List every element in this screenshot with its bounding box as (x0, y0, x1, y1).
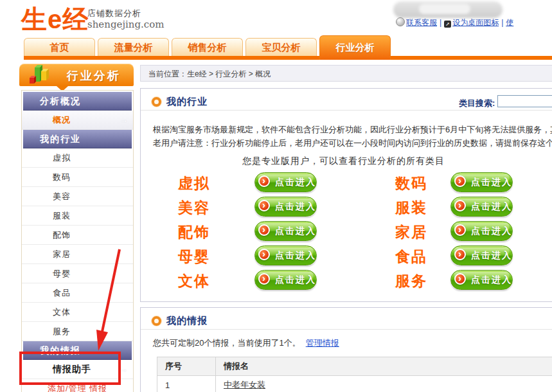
category-label: 服务 (390, 271, 432, 291)
annotation-rectangle (19, 352, 121, 385)
enter-button[interactable]: 点击进入 (450, 221, 513, 241)
arrow-circle-icon (258, 273, 270, 285)
desktop-shortcut-link[interactable]: 设为桌面图标 (452, 18, 499, 27)
enter-button[interactable]: 点击进入 (254, 197, 317, 217)
sidebar-section-header: 我的行业 (23, 130, 132, 148)
arrow-circle-icon (454, 200, 466, 211)
sidebar-item[interactable]: 服装 (22, 206, 133, 226)
category-label: 数码 (390, 174, 432, 193)
category-label: 虚拟 (173, 174, 215, 193)
sidebar-item[interactable]: 概况→ (22, 111, 133, 130)
customer-service-icon (396, 17, 405, 26)
tab-traffic-analysis[interactable]: 流量分析 (98, 38, 169, 56)
sidebar-item[interactable]: 虚拟 (22, 148, 133, 168)
enter-button[interactable]: 点击进入 (254, 221, 317, 241)
sidebar-menu: 分析概况概况→我的行业虚拟数码美容服装配饰家居母婴食品文体服务我的情报情报助手→… (21, 90, 134, 392)
section-bullet-icon (152, 316, 161, 326)
bar-chart-3d-icon (27, 62, 51, 88)
category-label: 母婴 (173, 247, 215, 267)
category-row: 配饰 点击进入 家居 点击进入 (141, 220, 539, 245)
arrow-circle-icon (258, 224, 270, 236)
category-label: 服装 (390, 198, 432, 218)
intel-table: 序号 情报名 1 中老年女装 (157, 357, 552, 392)
sidebar-item[interactable]: 配饰 (22, 226, 133, 245)
notice-text: 根据淘宝服务市场最新规定，软件不能包含行业分析功能，因此行业分析预计于6月中下旬… (153, 123, 552, 150)
sidebar-item[interactable]: 服务 (22, 322, 133, 341)
category-row: 虚拟 点击进入 数码 点击进入 (141, 172, 539, 196)
category-label: 美容 (173, 198, 215, 218)
intel-name-link[interactable]: 中老年女装 (224, 380, 265, 389)
section-bullet-icon (152, 97, 161, 107)
table-row: 1 中老年女装 (157, 376, 552, 392)
enter-button[interactable]: 点击进入 (450, 270, 513, 290)
brand-domain: shengejing.com (87, 19, 165, 30)
sidebar-item[interactable]: 家居 (22, 245, 133, 264)
arrow-circle-icon (454, 273, 466, 285)
link-separator: | (440, 18, 441, 27)
pro-user-note: 您是专业版用户，可以查看行业分析的所有类目 (242, 156, 445, 167)
sidebar-item[interactable]: 母婴 (22, 264, 133, 283)
arrow-circle-icon (258, 175, 270, 187)
category-row: 美容 点击进入 服装 点击进入 (141, 196, 539, 220)
enter-button[interactable]: 点击进入 (254, 245, 317, 265)
category-row: 母婴 点击进入 食品 点击进入 (141, 245, 539, 269)
enter-button[interactable]: 点击进入 (254, 270, 317, 290)
notice-line2: 老用户请注意：行业分析功能停止后，老用户还可以在一小段时间内访问到行业的历史数据… (153, 136, 552, 150)
tab-home[interactable]: 首页 (24, 38, 95, 56)
category-row: 文体 点击进入 服务 点击进入 (141, 269, 539, 294)
manage-intel-link[interactable]: 管理情报 (306, 338, 339, 348)
sidebar-item[interactable]: 文体 (22, 303, 133, 322)
app-window: 生e经 店铺数据分析 shengejing.com 联系客服|➚设为桌面图标|使… (0, 0, 552, 392)
intel-panel-title: 我的情报 (166, 315, 208, 327)
redacted-user-info (393, 1, 503, 18)
desktop-shortcut-icon: ➚ (444, 21, 451, 28)
main-nav: 首页 流量分析 销售分析 宝贝分析 行业分析 (0, 35, 552, 60)
arrow-right-icon: → (120, 111, 129, 129)
enter-button[interactable]: 点击进入 (450, 197, 513, 217)
sidebar-item[interactable]: 食品 (22, 283, 133, 303)
enter-button[interactable]: 点击进入 (450, 245, 513, 265)
arrow-circle-icon (258, 200, 270, 211)
sidebar-title: 行业分析 (67, 68, 121, 84)
column-header-name: 情报名 (216, 357, 552, 376)
brand-logo: 生e经 (21, 2, 89, 37)
tab-item-analysis[interactable]: 宝贝分析 (245, 38, 317, 56)
category-label: 食品 (390, 247, 432, 267)
industry-panel-title: 我的行业 (166, 96, 208, 108)
table-header-row: 序号 情报名 (157, 357, 552, 376)
sidebar-header: 行业分析 (19, 64, 134, 86)
intel-summary: 您共可定制20个情报，当前使用了1个。管理情报 (153, 337, 339, 349)
enter-button[interactable]: 点击进入 (254, 172, 317, 192)
notice-line1: 根据淘宝服务市场最新规定，软件不能包含行业分析功能，因此行业分析预计于6月中下旬… (153, 123, 552, 136)
column-header-index: 序号 (157, 357, 216, 376)
arrow-circle-icon (258, 249, 270, 260)
sidebar-item[interactable]: 数码 (22, 168, 133, 187)
header-links: 联系客服|➚设为桌面图标|使 (396, 17, 513, 28)
arrow-circle-icon (454, 224, 466, 236)
category-search-input[interactable] (497, 95, 552, 107)
category-grid: 虚拟 点击进入 数码 点击进入 美容 点击进入 服装 点击进入 配饰 点击进入 … (141, 172, 539, 294)
category-label: 家居 (390, 222, 432, 242)
industry-panel: 我的行业 类目搜索: 根据淘宝服务市场最新规定，软件不能包含行业分析功能，因此行… (140, 88, 552, 302)
arrow-circle-icon (454, 175, 466, 187)
arrow-circle-icon (454, 249, 466, 260)
sidebar-item[interactable]: 美容 (22, 187, 133, 206)
divider (141, 329, 552, 330)
enter-button[interactable]: 点击进入 (450, 172, 513, 192)
divider (141, 110, 552, 111)
tab-industry-analysis[interactable]: 行业分析 (319, 35, 391, 60)
category-label: 文体 (173, 271, 215, 291)
brand-tagline: 店铺数据分析 (87, 8, 141, 19)
tab-sales-analysis[interactable]: 销售分析 (172, 38, 243, 56)
link-separator: | (501, 18, 503, 27)
sidebar-section-header: 分析概况 (23, 92, 132, 111)
breadcrumb: 当前位置：生e经 > 行业分析 > 概况 (140, 65, 552, 82)
category-search-label: 类目搜索: (459, 98, 495, 109)
help-link-clipped[interactable]: 使 (506, 18, 513, 27)
intel-panel: 我的情报 您共可定制20个情报，当前使用了1个。管理情报 序号 情报名 1 中老… (140, 307, 552, 392)
contact-support-link[interactable]: 联系客服 (406, 18, 437, 27)
category-label: 配饰 (173, 222, 215, 242)
